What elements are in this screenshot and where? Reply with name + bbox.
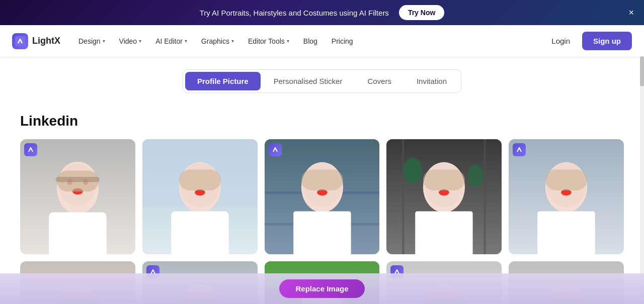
nav-actions: Login Sign up <box>545 32 632 50</box>
nav-label-blog: Blog <box>303 37 317 45</box>
nav-label-pricing: Pricing <box>332 37 353 45</box>
chevron-down-icon: ▾ <box>185 38 187 44</box>
nav-label-design: Design <box>78 37 101 45</box>
chevron-down-icon: ▾ <box>231 38 234 44</box>
svg-rect-17 <box>179 169 221 190</box>
signup-button[interactable]: Sign up <box>582 32 632 50</box>
svg-point-35 <box>468 164 484 187</box>
section-title: Linkedin <box>20 113 624 129</box>
svg-rect-22 <box>293 212 351 254</box>
chevron-down-icon: ▾ <box>103 38 105 44</box>
scrollbar-thumb[interactable] <box>640 56 644 86</box>
nav-label-graphics: Graphics <box>201 37 229 45</box>
ai-badge <box>269 143 282 156</box>
chevron-down-icon: ▾ <box>139 38 141 44</box>
svg-rect-0 <box>15 36 25 46</box>
login-button[interactable]: Login <box>545 33 576 49</box>
nav-item-video[interactable]: Video ▾ <box>113 33 148 49</box>
nav-item-blog[interactable]: Blog <box>297 33 324 49</box>
logo-icon <box>12 33 28 49</box>
nav-menu: Design ▾ Video ▾ AI Editor ▾ Graphics ▾ … <box>72 33 541 49</box>
replace-image-button[interactable]: Replace Image <box>279 279 364 298</box>
bottom-action-bar: Replace Image <box>0 273 644 304</box>
svg-rect-41 <box>545 169 587 190</box>
nav-label-video: Video <box>119 37 137 45</box>
logo-text: LightX <box>32 36 60 46</box>
svg-rect-25 <box>301 169 343 190</box>
svg-rect-10 <box>56 177 100 182</box>
nav-item-editor-tools[interactable]: Editor Tools ▾ <box>242 33 295 49</box>
tab-personalised-sticker[interactable]: Personalised Sticker <box>262 72 355 90</box>
nav-label-ai-editor: AI Editor <box>155 37 183 45</box>
ai-badge <box>513 143 526 156</box>
banner-text: Try AI Portraits, Hairstyles and Costume… <box>200 9 389 17</box>
banner-cta-button[interactable]: Try Now <box>399 5 444 20</box>
scrollbar-track[interactable] <box>640 56 644 304</box>
tab-covers[interactable]: Covers <box>355 72 404 90</box>
photo-card[interactable] <box>142 139 258 254</box>
svg-rect-38 <box>537 212 595 254</box>
photo-card[interactable] <box>386 139 502 254</box>
nav-item-graphics[interactable]: Graphics ▾ <box>195 33 240 49</box>
nav-label-editor-tools: Editor Tools <box>248 37 285 45</box>
svg-rect-30 <box>416 212 473 254</box>
svg-rect-28 <box>484 139 486 254</box>
svg-rect-33 <box>423 169 465 190</box>
photo-card[interactable] <box>265 139 380 254</box>
nav-item-pricing[interactable]: Pricing <box>326 33 359 49</box>
nav-item-design[interactable]: Design ▾ <box>72 33 111 49</box>
tabs-container: Profile Picture Personalised Sticker Cov… <box>0 57 644 101</box>
svg-rect-27 <box>403 139 405 254</box>
navbar: LightX Design ▾ Video ▾ AI Editor ▾ Grap… <box>0 25 644 57</box>
nav-item-ai-editor[interactable]: AI Editor ▾ <box>149 33 193 49</box>
chevron-down-icon: ▾ <box>287 38 289 44</box>
svg-rect-14 <box>171 212 228 254</box>
photo-card[interactable] <box>20 139 135 254</box>
ai-badge <box>24 143 37 156</box>
logo[interactable]: LightX <box>12 33 60 49</box>
svg-point-34 <box>404 157 422 183</box>
tab-invitation[interactable]: Invitation <box>405 72 459 90</box>
tab-group: Profile Picture Personalised Sticker Cov… <box>183 69 461 93</box>
tab-profile-picture[interactable]: Profile Picture <box>185 72 261 90</box>
banner-close-button[interactable]: × <box>628 8 634 17</box>
photo-grid-row1 <box>20 139 624 254</box>
photo-card[interactable] <box>509 139 624 254</box>
announcement-banner: Try AI Portraits, Hairstyles and Costume… <box>0 0 644 25</box>
